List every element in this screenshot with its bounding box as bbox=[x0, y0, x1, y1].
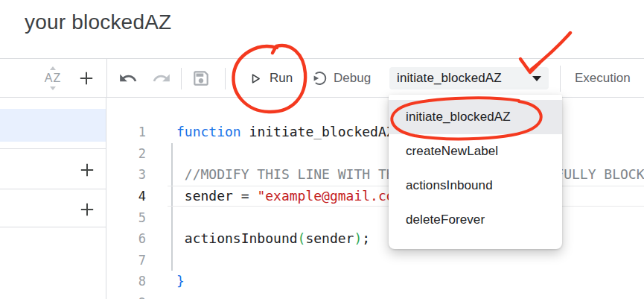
add-service-button[interactable] bbox=[75, 198, 99, 221]
code-editor[interactable]: 1function initiate_blockedAZ() {23 //MOD… bbox=[107, 98, 644, 299]
line-number: 3 bbox=[107, 167, 146, 182]
execution-log-label: Execution bbox=[575, 71, 631, 86]
line-number: 4 bbox=[107, 189, 146, 204]
code-text: sender = "example@gmail.com"; bbox=[176, 186, 418, 207]
line-number: 2 bbox=[107, 146, 146, 161]
save-icon bbox=[191, 69, 211, 88]
run-button[interactable]: Run bbox=[249, 59, 293, 98]
debug-icon bbox=[310, 69, 328, 87]
undo-button[interactable] bbox=[118, 59, 138, 98]
execution-log-button[interactable]: Execution bbox=[575, 59, 631, 98]
debug-button-label: Debug bbox=[334, 71, 371, 86]
code-line-7: 7 bbox=[107, 250, 644, 271]
sort-az-icon: AZ bbox=[42, 67, 64, 89]
line-number: 5 bbox=[107, 210, 146, 225]
toolbar-divider bbox=[181, 68, 182, 89]
dropdown-caret-icon bbox=[532, 76, 541, 81]
line-number: 8 bbox=[107, 274, 146, 289]
play-icon bbox=[249, 72, 263, 86]
sidebar-divider bbox=[0, 227, 106, 227]
code-area: 1function initiate_blockedAZ() {23 //MOD… bbox=[107, 122, 644, 299]
sidebar-divider bbox=[0, 189, 106, 189]
toolbar-sidebar-divider bbox=[106, 59, 107, 98]
save-button[interactable] bbox=[191, 59, 211, 98]
redo-button[interactable] bbox=[152, 59, 171, 98]
code-text: actionsInbound(sender); bbox=[176, 228, 370, 250]
toolbar-divider bbox=[560, 66, 561, 92]
code-line-4: 4 sender = "example@gmail.com"; bbox=[107, 186, 644, 207]
files-sidebar bbox=[0, 98, 106, 299]
code-line-2: 2 bbox=[107, 143, 644, 165]
undo-icon bbox=[118, 69, 138, 88]
add-library-icon bbox=[77, 160, 98, 180]
sidebar-divider bbox=[0, 148, 106, 149]
code-text: } bbox=[176, 271, 185, 292]
function-selector-dropdown[interactable]: initiate_blockedAZ bbox=[389, 67, 549, 89]
code-line-9: 9 bbox=[107, 292, 644, 299]
code-line-1: 1function initiate_blockedAZ() { bbox=[107, 122, 644, 143]
add-file-icon bbox=[76, 68, 97, 89]
line-number: 1 bbox=[107, 125, 146, 139]
line-number: 9 bbox=[107, 295, 146, 299]
function-menu: initiate_blockedAZcreateNewLabelactionsI… bbox=[389, 95, 562, 249]
add-library-button[interactable] bbox=[75, 158, 99, 182]
toolbar: AZ Run Debug initi bbox=[0, 58, 644, 98]
sort-az-button[interactable]: AZ bbox=[40, 59, 66, 98]
menu-item-deleteForever[interactable]: deleteForever bbox=[389, 203, 562, 237]
line-number: 6 bbox=[107, 231, 146, 246]
redo-icon bbox=[152, 69, 171, 88]
code-line-5: 5 bbox=[107, 207, 644, 228]
add-service-icon bbox=[77, 199, 98, 220]
code-line-3: 3 //MODIFY THIS LINE WITH THE EMAIL YOU … bbox=[107, 164, 644, 186]
code-line-6: 6 actionsInbound(sender); bbox=[107, 228, 644, 250]
menu-item-initiate_blockedAZ[interactable]: initiate_blockedAZ bbox=[389, 100, 562, 134]
function-selector-value: initiate_blockedAZ bbox=[397, 71, 502, 86]
page-title: your blockedAZ bbox=[25, 10, 171, 34]
run-button-label: Run bbox=[270, 71, 293, 86]
debug-button[interactable]: Debug bbox=[310, 59, 371, 98]
code-line-8: 8} bbox=[107, 271, 644, 292]
line-number: 7 bbox=[107, 253, 146, 268]
toolbar-divider bbox=[225, 68, 226, 89]
menu-item-actionsInbound[interactable]: actionsInbound bbox=[389, 169, 562, 203]
add-file-button[interactable] bbox=[76, 59, 97, 98]
menu-item-createNewLabel[interactable]: createNewLabel bbox=[389, 134, 562, 169]
selected-file-row[interactable] bbox=[0, 109, 106, 142]
